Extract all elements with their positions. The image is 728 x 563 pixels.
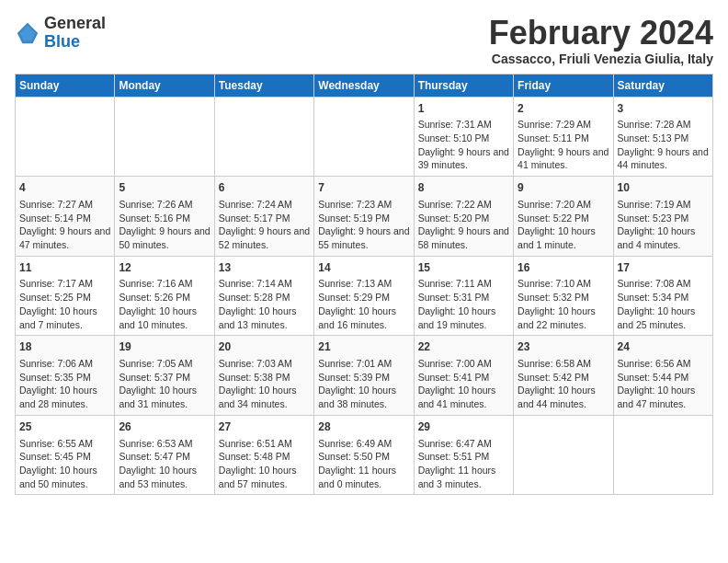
day-info: Daylight: 9 hours and 58 minutes. xyxy=(418,224,509,251)
day-info: Daylight: 10 hours and 7 minutes. xyxy=(19,304,110,331)
calendar-cell: 1Sunrise: 7:31 AMSunset: 5:10 PMDaylight… xyxy=(414,97,513,177)
day-number: 24 xyxy=(618,339,709,355)
day-number: 1 xyxy=(418,101,509,117)
day-of-week-header: Thursday xyxy=(414,74,513,97)
calendar-cell: 13Sunrise: 7:14 AMSunset: 5:28 PMDayligh… xyxy=(214,256,313,336)
day-info: Sunset: 5:44 PM xyxy=(618,371,709,385)
day-info: Daylight: 9 hours and 50 minutes. xyxy=(119,224,210,251)
day-info: Sunrise: 7:22 AM xyxy=(418,198,509,212)
day-info: Sunset: 5:19 PM xyxy=(318,212,409,225)
calendar-cell: 8Sunrise: 7:22 AMSunset: 5:20 PMDaylight… xyxy=(414,177,513,257)
day-number: 6 xyxy=(219,180,310,196)
day-of-week-header: Wednesday xyxy=(314,74,414,97)
day-info: Sunset: 5:34 PM xyxy=(618,291,709,304)
calendar-cell: 11Sunrise: 7:17 AMSunset: 5:25 PMDayligh… xyxy=(16,256,115,336)
calendar-cell: 22Sunrise: 7:00 AMSunset: 5:41 PMDayligh… xyxy=(414,336,513,416)
day-info: Sunrise: 6:58 AM xyxy=(518,357,609,371)
logo-general-text: General xyxy=(44,14,106,32)
calendar-table: SundayMondayTuesdayWednesdayThursdayFrid… xyxy=(15,74,713,496)
day-info: Daylight: 10 hours and 38 minutes. xyxy=(318,384,409,410)
day-info: Sunrise: 7:29 AM xyxy=(518,118,609,132)
calendar-cell xyxy=(314,97,414,177)
calendar-cell: 25Sunrise: 6:55 AMSunset: 5:45 PMDayligh… xyxy=(16,415,115,495)
day-number: 2 xyxy=(518,101,609,117)
day-info: Sunset: 5:13 PM xyxy=(618,132,709,145)
calendar-cell: 20Sunrise: 7:03 AMSunset: 5:38 PMDayligh… xyxy=(214,336,313,416)
calendar-cell: 23Sunrise: 6:58 AMSunset: 5:42 PMDayligh… xyxy=(514,336,613,416)
calendar-cell: 21Sunrise: 7:01 AMSunset: 5:39 PMDayligh… xyxy=(314,336,414,416)
day-number: 8 xyxy=(418,180,509,196)
calendar-cell: 14Sunrise: 7:13 AMSunset: 5:29 PMDayligh… xyxy=(314,256,414,336)
calendar-subtitle: Cassacco, Friuli Venezia Giulia, Italy xyxy=(489,52,713,66)
calendar-cell: 27Sunrise: 6:51 AMSunset: 5:48 PMDayligh… xyxy=(214,415,313,495)
day-number: 15 xyxy=(418,260,509,276)
day-info: Sunset: 5:38 PM xyxy=(219,371,310,385)
header: General Blue February 2024 Cassacco, Fri… xyxy=(15,15,713,66)
day-info: Daylight: 10 hours and 53 minutes. xyxy=(119,464,210,490)
day-info: Sunset: 5:42 PM xyxy=(518,371,609,385)
day-of-week-header: Tuesday xyxy=(214,74,313,97)
day-info: Sunset: 5:25 PM xyxy=(19,291,110,304)
calendar-cell: 19Sunrise: 7:05 AMSunset: 5:37 PMDayligh… xyxy=(115,336,214,416)
title-area: February 2024 Cassacco, Friuli Venezia G… xyxy=(489,15,713,66)
calendar-cell: 26Sunrise: 6:53 AMSunset: 5:47 PMDayligh… xyxy=(115,415,214,495)
day-info: Sunrise: 7:13 AM xyxy=(318,277,409,291)
day-info: Sunrise: 7:14 AM xyxy=(219,277,310,291)
day-info: Sunrise: 7:20 AM xyxy=(518,198,609,212)
day-info: Daylight: 9 hours and 44 minutes. xyxy=(618,145,709,172)
day-info: Sunset: 5:50 PM xyxy=(318,450,409,464)
day-info: Sunset: 5:29 PM xyxy=(318,291,409,304)
day-number: 16 xyxy=(518,260,609,276)
day-info: Sunrise: 6:47 AM xyxy=(418,437,509,451)
day-info: Daylight: 11 hours and 3 minutes. xyxy=(418,464,509,490)
day-info: Sunrise: 7:00 AM xyxy=(418,357,509,371)
day-info: Sunset: 5:41 PM xyxy=(418,371,509,385)
day-number: 17 xyxy=(618,260,709,276)
day-info: Sunset: 5:37 PM xyxy=(119,371,210,385)
day-info: Sunrise: 7:31 AM xyxy=(418,118,509,132)
calendar-week-row: 25Sunrise: 6:55 AMSunset: 5:45 PMDayligh… xyxy=(16,415,713,495)
day-number: 12 xyxy=(119,260,210,276)
calendar-cell: 6Sunrise: 7:24 AMSunset: 5:17 PMDaylight… xyxy=(214,177,313,257)
calendar-cell: 15Sunrise: 7:11 AMSunset: 5:31 PMDayligh… xyxy=(414,256,513,336)
day-number: 29 xyxy=(418,419,509,435)
day-info: Daylight: 9 hours and 47 minutes. xyxy=(19,224,110,251)
calendar-cell: 24Sunrise: 6:56 AMSunset: 5:44 PMDayligh… xyxy=(613,336,712,416)
day-info: Daylight: 10 hours and 28 minutes. xyxy=(19,384,110,410)
day-info: Sunrise: 7:16 AM xyxy=(119,277,210,291)
day-info: Sunset: 5:26 PM xyxy=(119,291,210,304)
logo: General Blue xyxy=(15,15,106,52)
day-info: Daylight: 9 hours and 41 minutes. xyxy=(518,145,609,172)
day-info: Daylight: 10 hours and 44 minutes. xyxy=(518,384,609,410)
day-info: Daylight: 10 hours and 50 minutes. xyxy=(19,464,110,490)
day-info: Sunset: 5:51 PM xyxy=(418,450,509,464)
calendar-cell xyxy=(214,97,313,177)
day-info: Daylight: 10 hours and 10 minutes. xyxy=(119,304,210,331)
day-info: Daylight: 10 hours and 25 minutes. xyxy=(618,304,709,331)
day-of-week-header: Friday xyxy=(514,74,613,97)
day-info: Sunset: 5:10 PM xyxy=(418,132,509,145)
day-info: Sunset: 5:20 PM xyxy=(418,212,509,225)
day-info: Sunset: 5:16 PM xyxy=(119,212,210,225)
day-of-week-header: Saturday xyxy=(613,74,712,97)
day-info: Sunrise: 6:55 AM xyxy=(19,437,110,451)
day-number: 9 xyxy=(518,180,609,196)
day-of-week-header: Monday xyxy=(115,74,214,97)
day-of-week-header: Sunday xyxy=(16,74,115,97)
day-number: 7 xyxy=(318,180,409,196)
day-number: 10 xyxy=(618,180,709,196)
day-info: Sunset: 5:31 PM xyxy=(418,291,509,304)
day-info: Sunset: 5:47 PM xyxy=(119,450,210,464)
logo-blue-text: Blue xyxy=(44,32,80,51)
day-number: 25 xyxy=(19,419,110,435)
day-number: 3 xyxy=(618,101,709,117)
day-info: Daylight: 9 hours and 55 minutes. xyxy=(318,224,409,251)
calendar-week-row: 4Sunrise: 7:27 AMSunset: 5:14 PMDaylight… xyxy=(16,177,713,257)
day-info: Sunset: 5:48 PM xyxy=(219,450,310,464)
calendar-week-row: 11Sunrise: 7:17 AMSunset: 5:25 PMDayligh… xyxy=(16,256,713,336)
day-info: Sunrise: 7:28 AM xyxy=(618,118,709,132)
day-info: Sunrise: 6:56 AM xyxy=(618,357,709,371)
day-info: Sunset: 5:22 PM xyxy=(518,212,609,225)
calendar-cell: 17Sunrise: 7:08 AMSunset: 5:34 PMDayligh… xyxy=(613,256,712,336)
calendar-cell xyxy=(115,97,214,177)
